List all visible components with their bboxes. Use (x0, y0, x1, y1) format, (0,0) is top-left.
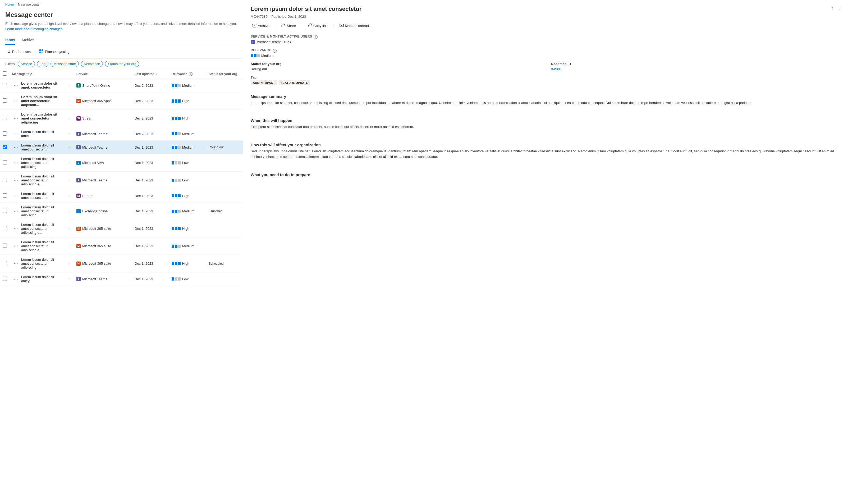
table-row[interactable]: ⋯Lorem ipsum dolor sit amet consectetur … (0, 255, 243, 272)
row-checkbox[interactable] (3, 244, 7, 248)
mark-unread-button[interactable]: Mark as unread (338, 22, 371, 29)
row-star[interactable]: ☆ (68, 209, 71, 213)
nav-down-button[interactable]: ↓ (837, 4, 843, 12)
preferences-button[interactable]: ⚙ Preferences (5, 49, 33, 55)
col-status[interactable]: Status for your org (209, 72, 240, 76)
row-dots-menu[interactable]: ⋯ (12, 260, 20, 267)
planner-button[interactable]: Planner syncing (37, 48, 72, 55)
learn-more-link[interactable]: Learn more about managing changes (5, 27, 62, 31)
filter-service[interactable]: Service (18, 61, 35, 67)
filter-message-state[interactable]: Message state (51, 61, 79, 67)
service-name-text: SharePoint Online (82, 84, 110, 88)
row-dots-menu[interactable]: ⋯ (12, 276, 20, 282)
row-checkbox[interactable] (3, 131, 7, 136)
table-row[interactable]: ⋯Lorem ipsum dolor sit amet consectetur … (0, 237, 243, 255)
row-star[interactable]: ☆ (68, 277, 71, 281)
row-star[interactable]: ☆ (68, 83, 71, 88)
archive-button[interactable]: Archive (251, 22, 271, 29)
relevance-label-text: Medium (182, 132, 194, 136)
row-dots-menu[interactable]: ⋯ (12, 226, 20, 232)
row-star[interactable]: ☆ (68, 161, 71, 165)
filter-status[interactable]: Status for your org (105, 61, 139, 67)
row-dots-menu[interactable]: ⋯ (12, 115, 20, 121)
row-star[interactable]: ☆ (68, 178, 71, 182)
service-info-icon[interactable]: i (314, 35, 318, 39)
table-row[interactable]: ⋯Lorem ipsum dolor sit amet consectetur … (0, 220, 243, 237)
row-star[interactable]: ☆ (68, 244, 71, 248)
table-row[interactable]: ⋯Lorem ipsum dolor sit amet consectetur … (0, 172, 243, 189)
row-service: MMicrosoft 365 Apps (76, 99, 129, 103)
row-dots-menu[interactable]: ⋯ (12, 144, 20, 150)
row-checkbox[interactable] (3, 145, 7, 149)
service-icon-exchange: E (76, 209, 80, 213)
row-star[interactable]: ☆ (68, 194, 71, 198)
table-row[interactable]: ⋯Lorem ipsum dolor sit amet consectetur☆… (0, 189, 243, 202)
row-relevance: Low (172, 178, 203, 182)
row-checkbox[interactable] (3, 261, 7, 265)
row-star[interactable]: ☆ (68, 262, 71, 266)
service-name-text: Microsoft Teams (82, 145, 107, 149)
select-all-checkbox[interactable] (3, 71, 7, 76)
filter-relevance[interactable]: Relevance (81, 61, 103, 67)
tab-archive[interactable]: Archive (21, 36, 34, 45)
row-status (206, 172, 243, 189)
row-star[interactable]: ☆ (68, 99, 71, 103)
table-row[interactable]: ⋯Lorem ipsum dolor sit amet☆TMicrosoft T… (0, 127, 243, 141)
roadmap-link[interactable]: 84960 (551, 67, 561, 71)
tabs-bar: Inbox Archive (0, 36, 243, 45)
service-name-text: Microsoft Teams (82, 178, 107, 182)
row-checkbox[interactable] (3, 98, 7, 103)
col-service[interactable]: Service (76, 72, 129, 76)
filter-tag[interactable]: Tag (37, 61, 48, 67)
rel-bar-1 (172, 132, 174, 136)
row-checkbox[interactable] (3, 276, 7, 281)
row-dots-menu[interactable]: ⋯ (12, 243, 20, 249)
table-row[interactable]: ⋯Lorem ipsum dolor sit amet consectetur … (0, 110, 243, 127)
table-row[interactable]: ⋯Lorem ipsum dolor sit amey☆TMicrosoft T… (0, 272, 243, 286)
row-dots-menu[interactable]: ⋯ (12, 177, 20, 183)
service-icon-teams: T (76, 178, 80, 182)
row-dots-menu[interactable]: ⋯ (12, 160, 20, 166)
nav-up-button[interactable]: ↑ (829, 4, 835, 12)
rel-bar-2 (175, 277, 177, 281)
table-row[interactable]: ⋯Lorem ipsum dolor sit amet consectetur★… (0, 141, 243, 154)
row-star[interactable]: ☆ (68, 227, 71, 231)
row-star[interactable]: ★ (68, 145, 71, 149)
row-dots-menu[interactable]: ⋯ (12, 131, 20, 137)
row-checkbox[interactable] (3, 116, 7, 120)
rel-bar-1 (172, 161, 174, 164)
summary-header: Message summary (251, 94, 841, 98)
col-relevance[interactable]: Relevance i (172, 72, 203, 76)
row-dots-menu[interactable]: ⋯ (12, 98, 20, 104)
rel-bar-2 (175, 161, 177, 164)
tab-inbox[interactable]: Inbox (5, 36, 15, 45)
row-dots-menu[interactable]: ⋯ (12, 193, 20, 199)
row-updated: Dec 1, 2023 (132, 154, 169, 172)
row-checkbox[interactable] (3, 83, 7, 87)
row-checkbox[interactable] (3, 160, 7, 164)
row-star[interactable]: ☆ (68, 132, 71, 136)
planner-icon (39, 49, 43, 54)
row-checkbox[interactable] (3, 209, 7, 213)
table-row[interactable]: ⋯Lorem ipsum dolor sit amet consectetur … (0, 154, 243, 172)
row-checkbox[interactable] (3, 226, 7, 230)
table-row[interactable]: ⋯Lorem ipsum dolor sit amet, consectetur… (0, 79, 243, 92)
relevance-label-text: Low (182, 161, 188, 165)
relevance-detail-info-icon[interactable]: i (273, 49, 276, 53)
copy-link-button[interactable]: Copy link (306, 22, 329, 29)
row-checkbox[interactable] (3, 193, 7, 198)
row-checkbox[interactable] (3, 178, 7, 182)
table-row[interactable]: ⋯Lorem ipsum dolor sit amet consectetur … (0, 92, 243, 110)
rel-bar-3 (178, 146, 181, 149)
share-button[interactable]: Share (279, 22, 297, 29)
row-dots-menu[interactable]: ⋯ (12, 208, 20, 214)
row-dots-menu[interactable]: ⋯ (12, 83, 20, 89)
col-title[interactable]: Message title (12, 72, 62, 76)
breadcrumb-home[interactable]: Home (5, 3, 14, 6)
relevance-value-cell: Medium (251, 54, 841, 58)
row-star[interactable]: ☆ (68, 116, 71, 121)
col-updated[interactable]: Last updated ↓ (134, 72, 166, 76)
rel-bar-2 (175, 84, 177, 87)
relevance-info-icon[interactable]: i (189, 72, 193, 76)
table-row[interactable]: ⋯Lorem ipsum dolor sit amet consectetur … (0, 202, 243, 220)
